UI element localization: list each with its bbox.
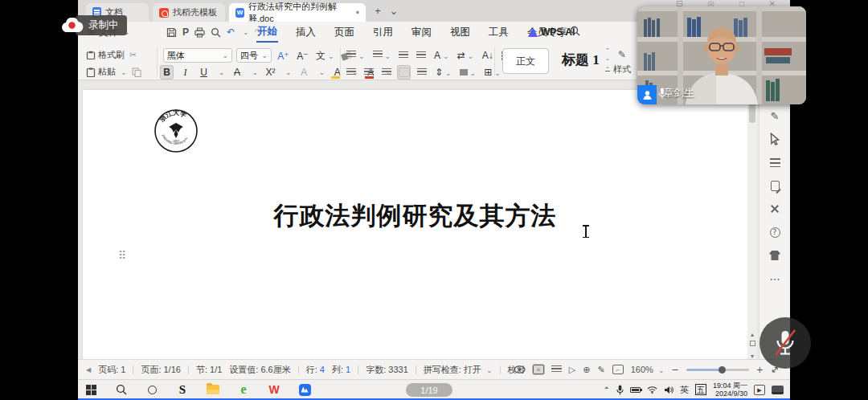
slideshow-icon[interactable]: ▷ [569,365,575,375]
settings-sliders-icon[interactable] [770,158,780,167]
tab-templates[interactable]: 找稻壳模板 [153,3,225,22]
text-effect-button[interactable]: A [298,67,310,78]
print-icon[interactable] [194,27,205,38]
tray-mic-icon[interactable] [616,385,624,395]
styles-label[interactable]: 样式 [613,63,631,76]
format-painter-button[interactable]: 格式刷 [86,49,125,61]
speaker-icon[interactable] [664,386,674,394]
ribbon-tab-reference[interactable]: 引用 [372,23,394,42]
fit-page-icon[interactable]: ⌐ [612,365,624,374]
strikethrough-button[interactable]: A [231,67,244,78]
document-page[interactable]: 浙江大学 ZHEJIANG UNIVERSITY 1897 行政法判例研究及其方… [83,90,747,359]
increase-indent-icon[interactable] [416,51,426,59]
paste-button[interactable]: 粘贴 ⌄ [86,66,127,78]
ribbon-tab-insert[interactable]: 插入 [295,23,317,42]
bullet-list-icon[interactable]: ⌄ [346,51,365,60]
file-explorer-button[interactable] [203,380,223,399]
shading-button[interactable]: ⌄ [460,67,477,78]
align-right-icon[interactable] [382,68,391,76]
line-spacing-button[interactable]: ⇕⌄ [435,67,452,78]
status-word-count[interactable]: 字数: 3331 [366,364,408,376]
skin-tshirt-icon[interactable] [769,251,780,260]
ime-language[interactable]: 英 [680,384,689,396]
ink-pen-icon[interactable]: ✎ [598,365,605,375]
video-player-tray-icon[interactable]: ▶ [754,385,765,395]
web-view-icon[interactable]: ⊕ [583,365,590,375]
recording-indicator[interactable]: 录制中 [61,14,127,35]
export-pdf-icon[interactable]: P [182,27,189,38]
pinyin-guide-button[interactable]: 文⌄ [316,49,334,63]
ribbon-tab-page[interactable]: 页面 [334,23,355,42]
sogou-input-button[interactable]: S [173,380,192,399]
select-browse-object-icon[interactable] [750,341,755,346]
cut-icon[interactable]: ✂ [129,50,137,60]
bold-button[interactable]: B [161,66,173,79]
page-view-icon[interactable]: ≡ [533,365,544,374]
annotate-doc-icon[interactable] [771,181,780,191]
cortana-button[interactable] [142,380,162,399]
battery-icon[interactable] [630,387,641,393]
grow-font-button[interactable]: A⁺ [277,51,289,62]
decrease-indent-icon[interactable] [399,51,408,59]
previous-page-icon[interactable]: ▴ [747,331,757,338]
outline-view-icon[interactable] [551,365,562,373]
text-tool-button[interactable]: A⌄ [434,50,449,61]
mute-mic-button[interactable] [760,317,811,369]
tab-active-document[interactable]: W 行政法研究中的判例解释.doc • [229,3,366,22]
italic-button[interactable]: I [179,67,191,79]
tools-cross-icon[interactable] [770,204,780,214]
wrap-button[interactable]: ⇄⌄ [457,50,474,61]
align-center-icon[interactable] [364,68,374,76]
taskbar-search-button[interactable] [112,380,131,399]
tray-expand-icon[interactable]: ⌃ [604,386,610,394]
search-icon[interactable] [570,26,580,36]
help-icon[interactable]: ? [770,227,780,238]
font-name-select[interactable]: 黑体 ⌄ [163,48,232,63]
select-cursor-icon[interactable] [768,133,781,145]
wps-office-button[interactable]: W [264,380,284,399]
more-options-icon[interactable]: ⋯ [768,272,781,285]
ribbon-tab-tools[interactable]: 工具 [488,23,510,42]
style-heading1[interactable]: 标题 1 [562,51,600,69]
undo-icon[interactable]: ↶ [227,27,235,38]
sort-button[interactable]: A↓ [481,50,493,61]
superscript-button[interactable]: X² [264,67,276,78]
ribbon-tab-home[interactable]: 开始 [256,22,278,43]
wifi-icon[interactable] [647,386,657,394]
distribute-icon[interactable] [417,68,427,76]
copy-icon[interactable] [132,67,141,77]
font-size-select[interactable]: 四号 ⌄ [236,48,272,63]
wps-ai-button[interactable]: WPS AI [528,27,575,38]
highlight-button[interactable]: A [331,67,343,79]
browser-button[interactable]: e [234,380,253,399]
taskbar-clock[interactable]: 19:04 周一2024/9/30 [713,382,747,398]
presenter-camera[interactable]: 章剑生 [637,6,806,104]
zoom-out-icon[interactable]: − [672,365,679,375]
vertical-scrollbar[interactable]: ▴ ▴ ▾ [747,84,757,359]
touchpad-tray-icon[interactable] [772,386,784,394]
start-button[interactable] [81,380,100,399]
ribbon-tab-view[interactable]: 视图 [449,23,471,42]
print-preview-icon[interactable] [211,27,221,38]
align-justify-icon[interactable] [399,68,409,76]
eye-preview-icon[interactable] [514,365,526,373]
numbered-list-icon[interactable]: ⌄ [373,51,391,60]
save-icon[interactable] [166,27,177,38]
status-spellcheck[interactable]: 拼写检查: 打开 ⌄ [424,364,493,376]
style-normal[interactable]: 正文 [502,48,549,74]
new-tab-button[interactable]: + [371,5,385,19]
underline-button[interactable]: U [198,67,210,78]
edit-pen-icon[interactable]: ✎ [768,109,781,122]
ime-mode-icon[interactable]: 五 [695,384,706,395]
style-gallery-spinner[interactable]: ⌃ ⌄ ⌄ [605,47,610,71]
meeting-app-button[interactable] [295,380,314,399]
borders-button[interactable]: ⊞⌄ [484,67,501,78]
tab-list-chevron[interactable]: ⌄ [387,5,401,19]
scroll-left-icon[interactable]: ◀ [86,366,91,373]
shrink-font-button[interactable]: A⁻ [297,51,309,62]
ribbon-tab-review[interactable]: 审阅 [411,23,432,42]
window-controls[interactable]: ⊟ ◎ □ ✕ [676,0,787,6]
align-left-icon[interactable] [346,68,356,76]
zoom-slider-knob[interactable] [719,366,726,373]
zoom-percent[interactable]: 160% ⌄ [631,365,665,374]
